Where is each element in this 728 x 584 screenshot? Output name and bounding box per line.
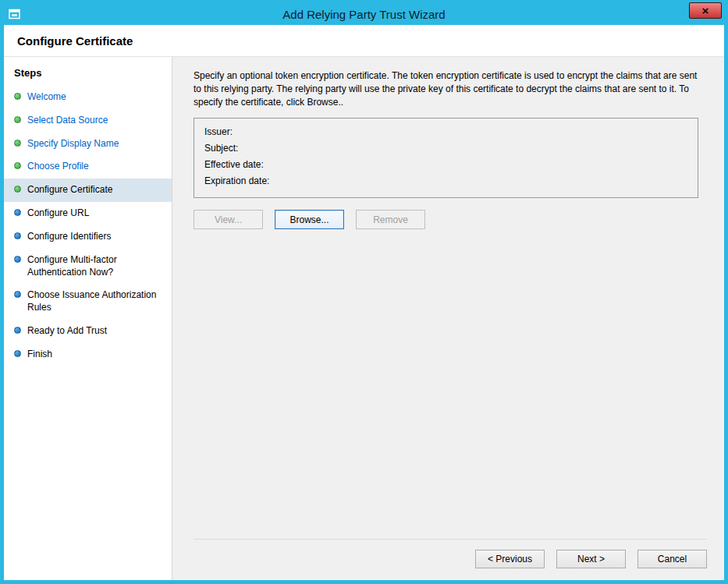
certificate-field: Expiration date: [204, 174, 687, 190]
step-label: Specify Display Name [27, 138, 119, 150]
sidebar-step-specify-display-name[interactable]: Specify Display Name [4, 133, 172, 156]
wizard-footer: < Previous Next > Cancel [194, 539, 707, 568]
sidebar-step-select-data-source[interactable]: Select Data Source [4, 109, 172, 133]
steps-heading: Steps [4, 64, 172, 86]
step-bullet-icon [14, 327, 21, 334]
certificate-field-label: Subject: [204, 143, 238, 154]
step-bullet-icon [14, 116, 21, 123]
certificate-field: Effective date: [204, 158, 687, 174]
sidebar-step-configure-multi-factor-authentication-now: Configure Multi-factor Authentication No… [4, 249, 172, 285]
step-bullet-icon [14, 140, 21, 147]
description-text: Specify an optional token encryption cer… [194, 69, 707, 109]
window-title: Add Relying Party Trust Wizard [4, 8, 724, 21]
close-button[interactable]: × [689, 2, 722, 19]
certificate-field-label: Effective date: [204, 159, 264, 170]
certificate-field-label: Issuer: [204, 126, 233, 137]
close-icon: × [702, 5, 709, 16]
certificate-field: Subject: [204, 141, 687, 158]
main-pane: Specify an optional token encryption cer… [172, 57, 724, 580]
page-title: Configure Certificate [17, 34, 133, 48]
step-label: Ready to Add Trust [27, 325, 107, 338]
cancel-button[interactable]: Cancel [637, 550, 707, 568]
certificate-field-label: Expiration date: [204, 175, 269, 186]
step-bullet-icon [14, 93, 21, 100]
content-area: Steps Welcome Select Data Source Specify… [4, 57, 724, 580]
wizard-app-icon [7, 6, 23, 22]
step-bullet-icon [14, 162, 21, 169]
previous-button[interactable]: < Previous [475, 550, 545, 568]
step-label: Configure Multi-factor Authentication No… [27, 254, 165, 279]
step-label: Configure URL [27, 207, 89, 220]
sidebar-step-configure-certificate: Configure Certificate [4, 179, 172, 202]
titlebar: Add Relying Party Trust Wizard × [4, 4, 724, 25]
step-label: Welcome [27, 91, 66, 104]
next-button[interactable]: Next > [556, 550, 626, 568]
browse-button[interactable]: Browse... [275, 210, 344, 229]
certificate-details-box: Issuer: Subject: Effective date: Expirat… [194, 118, 698, 198]
step-label: Select Data Source [27, 115, 108, 127]
step-label: Configure Identifiers [27, 231, 111, 243]
step-label: Configure Certificate [27, 184, 112, 196]
sidebar-step-ready-to-add-trust: Ready to Add Trust [4, 320, 172, 343]
step-bullet-icon [14, 209, 21, 216]
sidebar-step-configure-identifiers: Configure Identifiers [4, 225, 172, 249]
certificate-field: Issuer: [204, 125, 687, 141]
wizard-window: Add Relying Party Trust Wizard × Configu… [0, 0, 728, 584]
step-bullet-icon [14, 186, 21, 193]
sidebar-step-configure-url: Configure URL [4, 202, 172, 225]
steps-list: Welcome Select Data Source Specify Displ… [4, 86, 172, 366]
remove-button: Remove [356, 210, 425, 229]
certificate-button-row: View... Browse... Remove [194, 210, 707, 229]
step-bullet-icon [14, 256, 21, 263]
step-label: Choose Profile [27, 161, 89, 173]
sidebar-step-finish: Finish [4, 343, 172, 366]
sidebar-step-choose-profile[interactable]: Choose Profile [4, 155, 172, 179]
view-button: View... [194, 210, 263, 229]
steps-sidebar: Steps Welcome Select Data Source Specify… [4, 57, 172, 580]
step-bullet-icon [14, 350, 21, 357]
sidebar-step-welcome[interactable]: Welcome [4, 86, 172, 109]
step-bullet-icon [14, 291, 21, 298]
sidebar-step-choose-issuance-authorization-rules: Choose Issuance Authorization Rules [4, 284, 172, 320]
step-bullet-icon [14, 232, 21, 239]
page-header: Configure Certificate [4, 25, 724, 57]
step-label: Choose Issuance Authorization Rules [27, 289, 165, 314]
step-label: Finish [27, 349, 52, 361]
